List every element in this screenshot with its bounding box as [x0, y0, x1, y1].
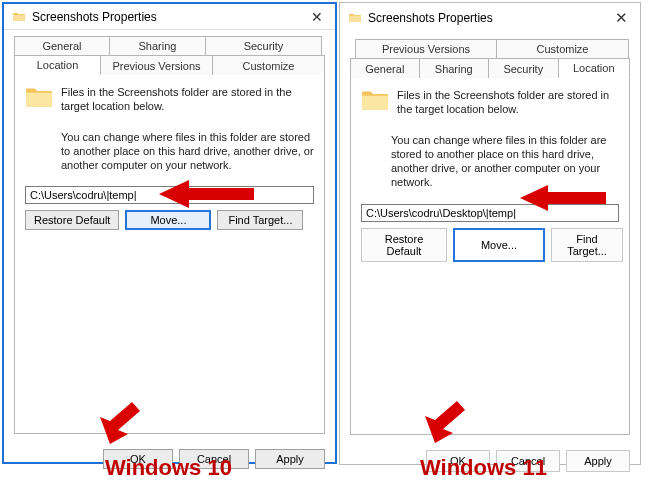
location-description-2: You can change where files in this folde…	[391, 133, 619, 190]
tab-location[interactable]: Location	[559, 58, 630, 78]
folder-icon	[25, 85, 53, 109]
location-path-input[interactable]	[25, 186, 314, 204]
dialog-win10: Screenshots Properties ✕ General Sharing…	[2, 2, 337, 464]
move-button[interactable]: Move...	[453, 228, 545, 262]
find-target-button[interactable]: Find Target...	[217, 210, 303, 230]
move-button[interactable]: Move...	[125, 210, 211, 230]
folder-icon	[361, 88, 389, 112]
tab-previous-versions[interactable]: Previous Versions	[355, 39, 497, 58]
tab-security[interactable]: Security	[489, 58, 559, 78]
close-icon[interactable]: ✕	[609, 9, 634, 27]
dialog-win11: Screenshots Properties ✕ Previous Versio…	[339, 2, 641, 465]
caption-win11: Windows 11	[420, 455, 547, 481]
tab-general[interactable]: General	[14, 36, 110, 55]
restore-default-button[interactable]: Restore Default	[361, 228, 447, 262]
tab-sharing[interactable]: Sharing	[110, 36, 206, 55]
close-icon[interactable]: ✕	[305, 9, 329, 25]
titlebar[interactable]: Screenshots Properties ✕	[340, 3, 640, 33]
folder-icon	[348, 11, 362, 25]
apply-button[interactable]: Apply	[255, 449, 325, 469]
tab-security[interactable]: Security	[206, 36, 322, 55]
tab-panel-location: Files in the Screenshots folder are stor…	[14, 74, 325, 434]
caption-win10: Windows 10	[105, 455, 232, 481]
folder-icon	[12, 10, 26, 24]
restore-default-button[interactable]: Restore Default	[25, 210, 119, 230]
tabstrip: Previous Versions Customize General Shar…	[350, 39, 630, 436]
tab-location[interactable]: Location	[14, 55, 101, 75]
tab-panel-location: Files in the Screenshots folder are stor…	[350, 77, 630, 435]
location-path-input[interactable]	[361, 204, 619, 222]
window-title: Screenshots Properties	[32, 10, 157, 24]
tab-general[interactable]: General	[350, 58, 420, 78]
tab-previous-versions[interactable]: Previous Versions	[101, 55, 213, 75]
location-description-1: Files in the Screenshots folder are stor…	[397, 88, 619, 117]
apply-button[interactable]: Apply	[566, 450, 630, 472]
location-description-2: You can change where files in this folde…	[61, 130, 314, 173]
tab-customize[interactable]: Customize	[497, 39, 629, 58]
titlebar[interactable]: Screenshots Properties ✕	[4, 4, 335, 30]
tab-sharing[interactable]: Sharing	[420, 58, 490, 78]
window-title: Screenshots Properties	[368, 11, 493, 25]
location-description-1: Files in the Screenshots folder are stor…	[61, 85, 314, 114]
tab-customize[interactable]: Customize	[213, 55, 325, 75]
tabstrip: General Sharing Security Location Previo…	[14, 36, 325, 435]
find-target-button[interactable]: Find Target...	[551, 228, 623, 262]
